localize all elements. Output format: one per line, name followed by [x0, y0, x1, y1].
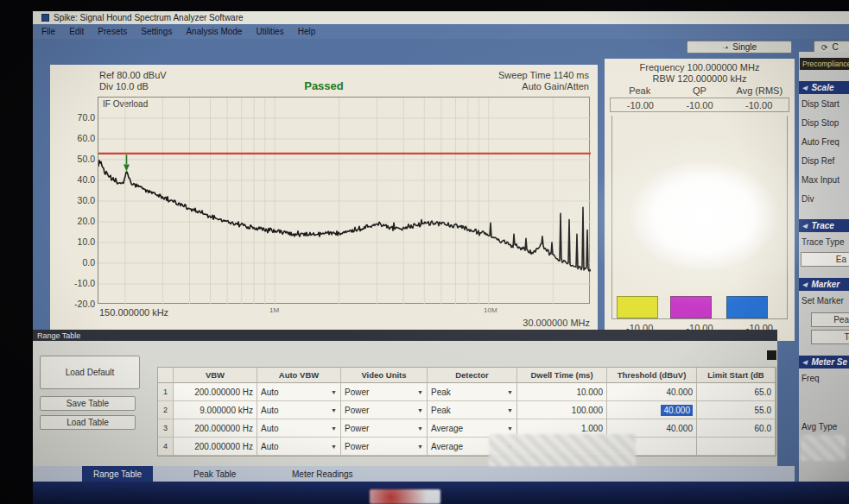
cell-r3-c2[interactable]: Auto▼	[257, 419, 341, 438]
cell-r2-c3[interactable]: Power▼	[341, 401, 428, 419]
chevron-down-icon: ▼	[417, 407, 423, 413]
sidebar-item-max-input[interactable]: Max Input	[799, 170, 849, 189]
load-table-button[interactable]: Load Table	[40, 415, 136, 430]
y-tick--10.0: -10.0	[52, 278, 95, 288]
menu-utilities[interactable]: Utilities	[256, 27, 283, 36]
cell-r4-c5[interactable]	[517, 438, 607, 456]
col-header-vbw[interactable]: VBW	[174, 368, 257, 383]
menu-bar: FileEditPresetsSettingsAnalysis ModeUtil…	[33, 24, 849, 39]
sidebar-section-scale[interactable]: ◀Scale	[799, 81, 849, 94]
sidebar-item-freq[interactable]: Freq	[799, 369, 849, 387]
cell-r4-c0: 4	[158, 438, 174, 456]
y-tick-60.0: 60.0	[52, 133, 95, 143]
cell-r3-c3[interactable]: Power▼	[341, 419, 428, 438]
col-header-threshold-dbuv[interactable]: Threshold (dBuV)	[607, 368, 697, 383]
gain-atten-label: Auto Gain/Atten	[522, 81, 589, 91]
load-default-button[interactable]: Load Default	[40, 356, 140, 389]
tab-range-table[interactable]: Range Table	[82, 466, 153, 482]
sidebar-item-div[interactable]: Div	[799, 189, 849, 208]
sweep-time-label: Sweep Time 1140 ms	[498, 70, 589, 80]
cell-r3-c5[interactable]: 1.000	[517, 419, 607, 438]
sidebar-section-trace[interactable]: ◀Trace	[799, 219, 849, 232]
meter-readout-1: -10.00	[670, 100, 730, 110]
col-header-video-units[interactable]: Video Units	[341, 368, 428, 383]
cell-value: Peak	[431, 387, 451, 397]
col-header-auto-vbw[interactable]: Auto VBW	[257, 368, 341, 383]
dock-detach-icon[interactable]	[767, 350, 776, 360]
cell-r2-c1[interactable]: 9.000000 kHz	[174, 401, 257, 419]
col-header-num[interactable]	[158, 368, 174, 383]
continuous-sweep-label: C	[833, 42, 839, 52]
menu-file[interactable]: File	[41, 27, 55, 36]
cell-r2-c7[interactable]: 55.0	[697, 401, 776, 419]
sidebar-section-marker[interactable]: ◀Marker	[799, 278, 849, 291]
photo-of-monitor: Spike: Signal Hound Spectrum Analyzer So…	[0, 0, 849, 504]
meter-readout-2: -10.00	[729, 100, 789, 110]
cell-r4-c3[interactable]: Power▼	[341, 438, 428, 456]
cell-r4-c2[interactable]: Auto▼	[257, 438, 341, 456]
cell-r3-c6[interactable]: 40.000	[607, 419, 697, 438]
cell-r2-c5[interactable]: 100.000	[517, 401, 607, 419]
window-title: Spike: Signal Hound Spectrum Analyzer So…	[54, 13, 244, 22]
x-axis-start-label: 150.000000 kHz	[99, 307, 168, 318]
y-tick-10.0: 10.0	[52, 236, 95, 247]
cell-r4-c6[interactable]	[607, 438, 697, 456]
sidebar-item-disp-ref[interactable]: Disp Ref	[799, 151, 849, 170]
cell-r2-c4[interactable]: Peak▼	[428, 401, 517, 419]
sidebar-button-to[interactable]: To	[811, 330, 849, 344]
col-header-dwell-time-ms[interactable]: Dwell Time (ms)	[517, 368, 607, 383]
cell-value: Average	[431, 442, 463, 451]
chevron-down-icon: ▼	[507, 444, 513, 450]
cell-r3-c4[interactable]: Average▼	[428, 419, 517, 438]
sidebar-item-disp-start[interactable]: Disp Start	[799, 94, 849, 113]
sidebar-item-auto-freq[interactable]: Auto Freq	[799, 132, 849, 151]
cell-r3-c7[interactable]: 60.0	[697, 419, 776, 438]
y-tick-40.0: 40.0	[52, 174, 95, 185]
cell-r1-c5[interactable]: 10.000	[517, 383, 607, 401]
menu-settings[interactable]: Settings	[141, 27, 172, 36]
cell-r1-c1[interactable]: 200.000000 Hz	[174, 383, 257, 401]
cell-r1-c2[interactable]: Auto▼	[257, 383, 341, 401]
cell-r4-c7[interactable]	[697, 438, 776, 456]
cell-r1-c3[interactable]: Power▼	[341, 383, 428, 401]
range-table-dock-titlebar[interactable]: Range Table	[33, 330, 777, 341]
cell-value: Auto	[261, 387, 279, 397]
chevron-down-icon: ▼	[417, 389, 423, 395]
menu-help[interactable]: Help	[298, 27, 316, 36]
green-marker-icon[interactable]	[124, 164, 130, 171]
sidebar-item-avg-type[interactable]: Avg Type	[799, 417, 849, 436]
sidebar-section-meter-se[interactable]: ◀Meter Se	[799, 356, 849, 369]
spectrum-graph[interactable]: IF Overload	[98, 97, 590, 304]
tab-meter-readings[interactable]: Meter Readings	[281, 466, 364, 482]
save-table-button[interactable]: Save Table	[40, 396, 136, 411]
sidebar-button-peak[interactable]: Peak	[811, 312, 849, 327]
cell-r2-c0: 2	[158, 401, 174, 419]
menu-analysis-mode[interactable]: Analysis Mode	[186, 27, 242, 36]
menu-presets[interactable]: Presets	[98, 27, 127, 36]
sidebar-section-title: Trace	[811, 221, 834, 230]
sidebar-item-disp-stop[interactable]: Disp Stop	[799, 113, 849, 132]
col-header-limit-start-db[interactable]: Limit Start (dB	[697, 368, 776, 383]
menu-edit[interactable]: Edit	[69, 27, 84, 36]
sidebar-item-set-marker[interactable]: Set Marker	[799, 291, 849, 310]
table-row-4: 4200.000000 HzAuto▼Power▼Average▼	[158, 438, 776, 456]
cell-r4-c1[interactable]: 200.000000 Hz	[174, 438, 257, 456]
cell-r4-c4[interactable]: Average▼	[428, 438, 517, 456]
cell-r1-c6[interactable]: 40.000	[607, 383, 697, 401]
sidebar-item-trace-type[interactable]: Trace Type	[799, 232, 849, 251]
meter-bar-graph	[611, 116, 788, 319]
tab-peak-table[interactable]: Peak Table	[182, 466, 247, 482]
cell-r1-c4[interactable]: Peak▼	[428, 383, 517, 401]
cell-r1-c7[interactable]: 65.0	[697, 383, 776, 401]
cell-r3-c1[interactable]: 200.000000 Hz	[174, 419, 257, 438]
col-header-detector[interactable]: Detector	[428, 368, 517, 383]
photo-left-edge	[0, 0, 33, 504]
meter-bar-2	[726, 296, 768, 318]
cell-r2-c6[interactable]: 40.000	[607, 401, 697, 419]
meter-rbw-label: RBW 120.000000 kHz	[605, 73, 795, 84]
chevron-down-icon: ▼	[507, 389, 513, 395]
sidebar-dropdown-ea[interactable]: Ea	[801, 252, 849, 267]
x-minor-1m: 1M	[269, 306, 279, 314]
cell-r2-c2[interactable]: Auto▼	[257, 401, 341, 419]
single-sweep-button[interactable]: ➝ Single	[687, 41, 792, 54]
